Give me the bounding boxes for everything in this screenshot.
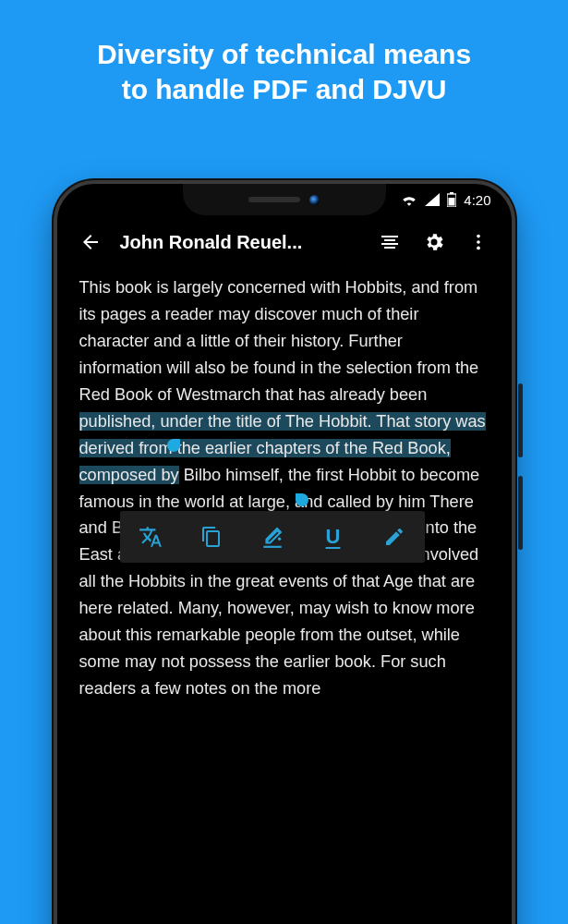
underline-button[interactable]: U bbox=[303, 511, 364, 563]
svg-rect-1 bbox=[450, 192, 453, 194]
settings-button[interactable] bbox=[416, 224, 453, 261]
text-pre[interactable]: This book is largely concerned with Hobb… bbox=[79, 278, 479, 404]
phone-notch bbox=[183, 184, 386, 215]
promo-line1: Diversity of technical means bbox=[97, 39, 471, 69]
status-time: 4:20 bbox=[464, 192, 490, 208]
wifi-icon bbox=[401, 193, 417, 206]
cell-signal-icon bbox=[425, 193, 440, 206]
selection-toolbar: U bbox=[120, 511, 425, 563]
app-bar: John Ronald Reuel... bbox=[61, 215, 508, 269]
back-button[interactable] bbox=[72, 224, 109, 261]
translate-button[interactable] bbox=[120, 511, 181, 563]
svg-point-5 bbox=[477, 247, 480, 250]
selection-handle-start[interactable] bbox=[167, 439, 180, 452]
highlight-button[interactable] bbox=[242, 511, 303, 563]
more-button[interactable] bbox=[460, 224, 497, 261]
reader-content[interactable]: This book is largely concerned with Hobb… bbox=[61, 269, 508, 924]
svg-rect-6 bbox=[263, 546, 282, 548]
promo-heading: Diversity of technical means to handle P… bbox=[0, 0, 568, 106]
body-text[interactable]: This book is largely concerned with Hobb… bbox=[79, 274, 489, 702]
phone-mockup: 4:20 John Ronald Reuel... Th bbox=[54, 180, 515, 924]
svg-point-4 bbox=[477, 240, 480, 244]
page-title: John Ronald Reuel... bbox=[116, 232, 364, 253]
svg-point-3 bbox=[477, 235, 480, 238]
copy-button[interactable] bbox=[181, 511, 242, 563]
text-post[interactable]: Bilbo himself, the first Hobbit to becom… bbox=[79, 466, 480, 699]
align-button[interactable] bbox=[371, 224, 408, 261]
svg-point-7 bbox=[277, 537, 280, 540]
battery-icon bbox=[447, 192, 456, 207]
selection-handle-end[interactable] bbox=[296, 493, 308, 506]
draw-button[interactable] bbox=[364, 511, 425, 563]
promo-line2: to handle PDF and DJVU bbox=[122, 74, 447, 104]
svg-rect-2 bbox=[449, 198, 455, 206]
